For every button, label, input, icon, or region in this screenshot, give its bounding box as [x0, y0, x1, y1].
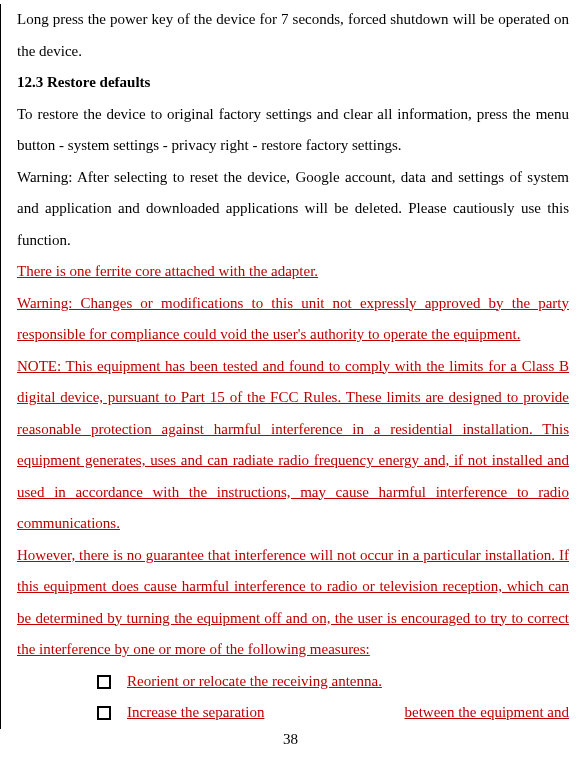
paragraph-shutdown: Long press the power key of the device f… — [17, 4, 569, 67]
paragraph-warning-modifications: Warning: Changes or modifications to thi… — [17, 288, 569, 351]
paragraph-warning-reset: Warning: After selecting to reset the de… — [17, 162, 569, 257]
paragraph-ferrite-core: There is one ferrite core attached with … — [17, 256, 569, 288]
paragraph-no-guarantee: However, there is no guarantee that inte… — [17, 540, 569, 666]
checkbox-icon — [97, 706, 111, 720]
heading-restore-defaults: 12.3 Restore defaults — [17, 67, 569, 99]
page-number: 38 — [0, 724, 581, 756]
text-reorient: Reorient or relocate the receiving anten… — [127, 666, 382, 698]
text-ferrite: There is one ferrite core attached with … — [17, 263, 318, 279]
paragraph-fcc-note: NOTE: This equipment has been tested and… — [17, 351, 569, 540]
list-item-reorient: Reorient or relocate the receiving anten… — [17, 666, 569, 698]
checkbox-icon — [97, 675, 111, 689]
paragraph-restore-instructions: To restore the device to original factor… — [17, 99, 569, 162]
